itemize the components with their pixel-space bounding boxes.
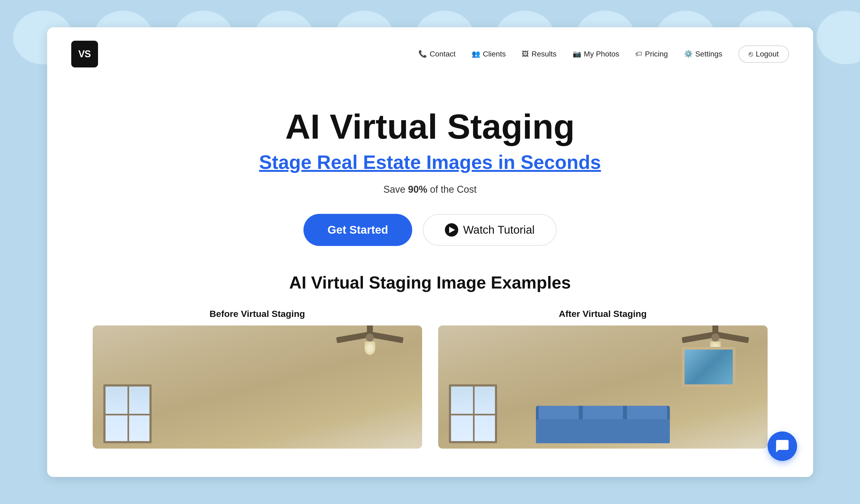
nav-my-photos-label: My Photos: [584, 50, 619, 58]
sofa-cushion-2: [583, 406, 623, 419]
window-after: [449, 384, 497, 443]
before-column: Before Virtual Staging: [93, 309, 422, 449]
results-icon: 🖼: [522, 50, 529, 58]
fan-blade-2: [371, 332, 404, 343]
tagline-bold: 90%: [408, 184, 427, 195]
play-triangle: [449, 227, 455, 233]
gear-icon: ⚙️: [684, 50, 692, 58]
nav-contact[interactable]: 📞 Contact: [418, 50, 456, 58]
examples-title: AI Virtual Staging Image Examples: [93, 273, 768, 293]
nav-pricing-label: Pricing: [645, 50, 668, 58]
hero-subtitle: Stage Real Estate Images in Seconds: [259, 151, 601, 173]
sofa-cushion-3: [627, 406, 667, 419]
sofa-body: [536, 419, 670, 443]
nav-links: 📞 Contact 👥 Clients 🖼 Results 📷 My Photo…: [418, 45, 789, 63]
tagline-prefix: Save: [383, 184, 408, 195]
before-image: [93, 325, 422, 449]
ceiling-fan-after: [711, 333, 719, 342]
nav-results[interactable]: 🖼 Results: [522, 50, 556, 58]
tagline-suffix: of the Cost: [428, 184, 477, 195]
fan-center-after: [711, 333, 719, 342]
get-started-button[interactable]: Get Started: [303, 214, 412, 246]
before-room: [93, 325, 422, 449]
after-column: After Virtual Staging: [438, 309, 768, 449]
nav-settings-label: Settings: [695, 50, 722, 58]
nav-contact-label: Contact: [430, 50, 456, 58]
watch-tutorial-label: Watch Tutorial: [463, 223, 534, 236]
watch-tutorial-button[interactable]: Watch Tutorial: [423, 214, 557, 246]
logout-button[interactable]: ⎋ Logout: [739, 45, 789, 63]
nav-clients-label: Clients: [483, 50, 506, 58]
logout-label: Logout: [756, 50, 779, 58]
pricing-icon: 🏷: [635, 50, 642, 58]
logo[interactable]: VS: [71, 41, 98, 68]
main-card: VS 📞 Contact 👥 Clients 🖼 Results 📷 My Ph…: [47, 27, 813, 477]
ceiling-fan-before: [366, 333, 374, 342]
nav-settings[interactable]: ⚙️ Settings: [684, 50, 722, 58]
hero-title: AI Virtual Staging: [285, 108, 575, 146]
after-label: After Virtual Staging: [559, 309, 647, 319]
navbar: VS 📞 Contact 👥 Clients 🖼 Results 📷 My Ph…: [47, 27, 813, 81]
before-label: Before Virtual Staging: [210, 309, 305, 319]
sofa-cushion-1: [539, 406, 579, 419]
fan-blade-a-1: [682, 332, 714, 343]
after-image: [438, 325, 768, 449]
nav-results-label: Results: [531, 50, 556, 58]
nav-clients[interactable]: 👥 Clients: [472, 50, 506, 58]
fan-blade-1: [336, 332, 369, 343]
chat-icon: [775, 439, 790, 454]
camera-icon: 📷: [573, 50, 581, 58]
fan-blade-a-2: [716, 332, 749, 343]
fan-center: [366, 333, 374, 342]
sofa: [536, 406, 670, 443]
nav-pricing[interactable]: 🏷 Pricing: [635, 50, 668, 58]
hero-section: AI Virtual Staging Stage Real Estate Ima…: [47, 81, 813, 465]
nav-my-photos[interactable]: 📷 My Photos: [573, 50, 619, 58]
examples-section: AI Virtual Staging Image Examples Before…: [69, 273, 792, 449]
after-room: [438, 325, 768, 449]
logout-icon: ⎋: [749, 50, 753, 58]
examples-grid: Before Virtual Staging: [93, 309, 768, 449]
window-before: [103, 384, 152, 443]
wall-art: [682, 347, 735, 387]
play-icon: [445, 223, 458, 237]
users-icon: 👥: [472, 50, 480, 58]
chat-button[interactable]: [768, 431, 797, 461]
logo-text: VS: [78, 48, 90, 60]
phone-icon: 📞: [418, 50, 427, 58]
fan-light: [364, 342, 375, 355]
hero-buttons: Get Started Watch Tutorial: [303, 214, 557, 246]
hero-tagline: Save 90% of the Cost: [383, 184, 476, 195]
